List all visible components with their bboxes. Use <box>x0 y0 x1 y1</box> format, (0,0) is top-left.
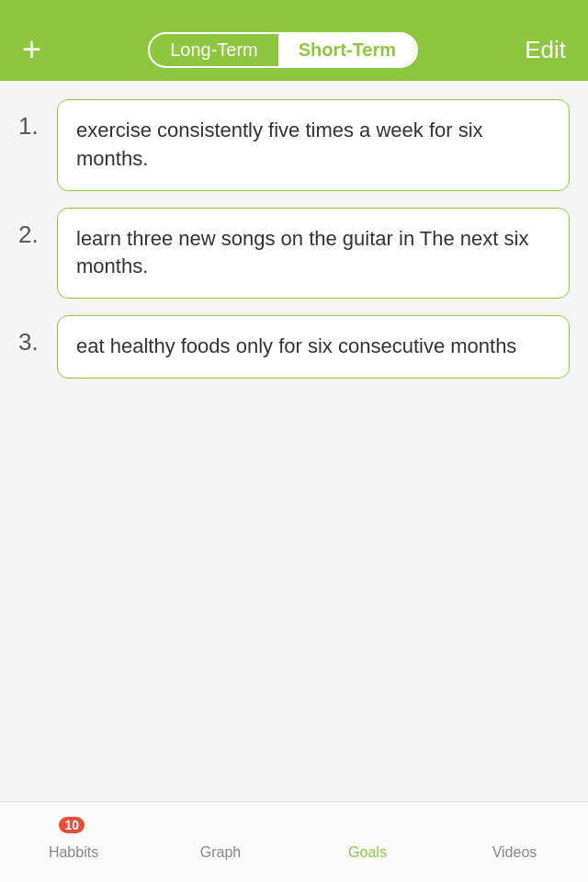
tab-long-term[interactable]: Long-Term <box>150 34 278 66</box>
nav-item-goals[interactable]: Goals <box>322 824 413 861</box>
goal-text-3[interactable]: eat healthy foods only for six consecuti… <box>57 315 570 379</box>
nav-item-videos[interactable]: Videos <box>469 824 560 861</box>
habbits-label: Habbits <box>49 844 98 861</box>
nav-item-habbits[interactable]: 10 Habbits <box>28 824 119 861</box>
bottom-nav: 10 Habbits Graph Goals <box>0 801 588 882</box>
goal-item-3: 3. eat healthy foods only for six consec… <box>18 315 570 379</box>
graph-label: Graph <box>200 844 241 861</box>
videos-label: Videos <box>492 844 537 861</box>
habbits-badge: 10 <box>59 817 85 833</box>
tab-toggle: Long-Term Short-Term <box>148 32 418 68</box>
tab-short-term[interactable]: Short-Term <box>278 34 416 66</box>
add-button[interactable]: + <box>22 33 41 66</box>
goals-label: Goals <box>348 844 387 861</box>
goal-number-3: 3. <box>18 315 57 356</box>
goal-item-2: 2. learn three new songs on the guitar i… <box>18 208 570 300</box>
nav-item-graph[interactable]: Graph <box>175 824 266 861</box>
goal-item-1: 1. exercise consistently five times a we… <box>18 99 570 191</box>
goal-number-2: 2. <box>18 208 57 249</box>
goal-text-2[interactable]: learn three new songs on the guitar in T… <box>57 208 570 300</box>
edit-button[interactable]: Edit <box>525 36 566 64</box>
goals-list: 1. exercise consistently five times a we… <box>0 81 588 801</box>
goal-text-1[interactable]: exercise consistently five times a week … <box>57 99 570 191</box>
header: + Long-Term Short-Term Edit <box>0 0 588 81</box>
goal-number-1: 1. <box>18 99 57 141</box>
